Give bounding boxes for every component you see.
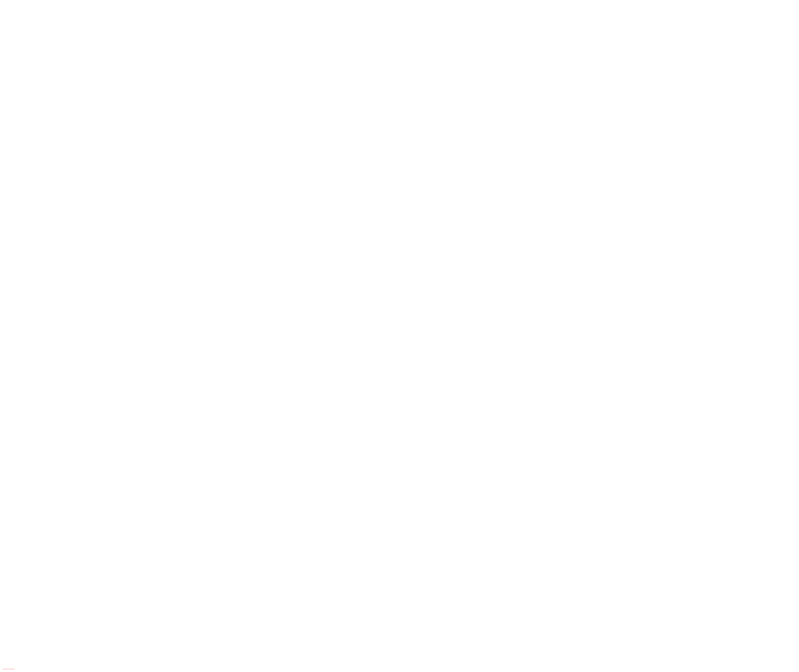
legend-line: [3, 669, 14, 669]
legend: [3, 669, 16, 669]
diagram-container: [0, 0, 799, 672]
connector-canvas: [0, 0, 799, 672]
